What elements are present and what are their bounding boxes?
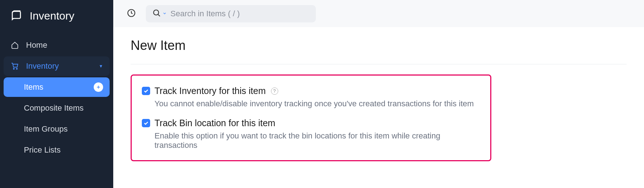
divider bbox=[131, 64, 627, 64]
page-title: New Item bbox=[131, 38, 627, 53]
nav-home-label: Home bbox=[26, 40, 47, 50]
cart-icon bbox=[10, 62, 20, 70]
sidebar: Inventory Home Inventory ▼ Items Composi… bbox=[0, 0, 113, 188]
inventory-logo-icon bbox=[10, 9, 23, 23]
nav-home[interactable]: Home bbox=[4, 35, 110, 55]
page-content: New Item Track Inventory for this item ?… bbox=[113, 27, 644, 188]
track-inventory-row: Track Inventory for this item ? bbox=[142, 86, 480, 96]
track-inventory-desc: You cannot enable/disable inventory trac… bbox=[142, 99, 480, 108]
chevron-down-icon: ▼ bbox=[99, 64, 103, 69]
home-icon bbox=[10, 41, 20, 49]
nav-list: Home Inventory ▼ Items Composite Items I… bbox=[0, 32, 113, 161]
nav-items[interactable]: Items bbox=[4, 77, 110, 97]
nav-composite-label: Composite Items bbox=[24, 103, 84, 113]
app-title: Inventory bbox=[30, 10, 74, 22]
nav-items-label: Items bbox=[24, 82, 43, 92]
track-inventory-label: Track Inventory for this item bbox=[154, 86, 266, 96]
nav-pricelists-label: Price Lists bbox=[24, 145, 60, 155]
track-bin-desc: Enable this option if you want to track … bbox=[142, 131, 480, 150]
search-icon bbox=[152, 9, 161, 19]
svg-point-3 bbox=[154, 10, 159, 15]
add-item-button[interactable] bbox=[94, 82, 103, 92]
topbar bbox=[113, 0, 644, 27]
clock-icon bbox=[127, 8, 136, 19]
nav-inventory[interactable]: Inventory ▼ bbox=[4, 56, 110, 76]
help-icon[interactable]: ? bbox=[271, 87, 278, 95]
nav-composite-items[interactable]: Composite Items bbox=[4, 98, 110, 118]
svg-point-0 bbox=[13, 68, 14, 69]
sidebar-header: Inventory bbox=[0, 0, 113, 32]
chevron-down-icon bbox=[162, 10, 167, 17]
nav-inventory-label: Inventory bbox=[26, 61, 59, 71]
track-inventory-checkbox[interactable] bbox=[142, 87, 150, 95]
track-bin-row: Track Bin location for this item bbox=[142, 118, 480, 128]
nav-price-lists[interactable]: Price Lists bbox=[4, 140, 110, 160]
tracking-options-panel: Track Inventory for this item ? You cann… bbox=[131, 74, 491, 161]
main: New Item Track Inventory for this item ?… bbox=[113, 0, 644, 188]
search-scope-button[interactable] bbox=[152, 9, 167, 19]
nav-item-groups[interactable]: Item Groups bbox=[4, 119, 110, 139]
track-bin-checkbox[interactable] bbox=[142, 119, 150, 127]
search-box[interactable] bbox=[146, 5, 316, 22]
search-input[interactable] bbox=[170, 9, 309, 18]
track-bin-label: Track Bin location for this item bbox=[154, 118, 275, 128]
nav-groups-label: Item Groups bbox=[24, 124, 68, 134]
svg-point-1 bbox=[16, 68, 17, 69]
history-button[interactable] bbox=[124, 7, 139, 21]
